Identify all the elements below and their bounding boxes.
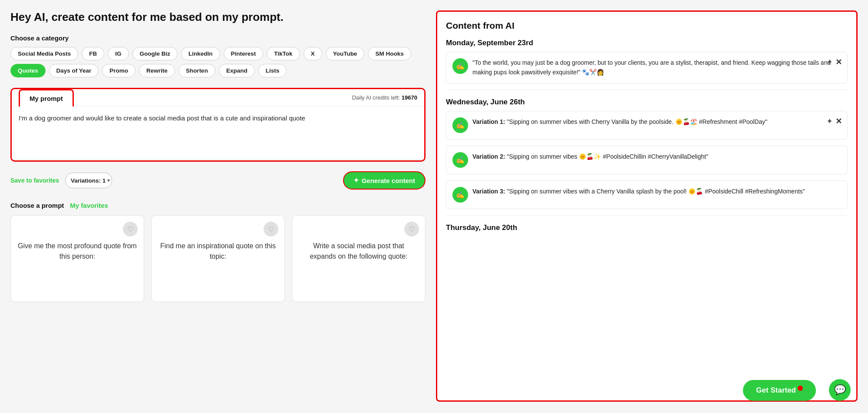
category-btn-fb[interactable]: FB <box>82 47 104 60</box>
category-btn-ig[interactable]: IG <box>108 47 129 60</box>
monday-card-actions: ✦ ✕ <box>826 57 842 67</box>
category-btn-x[interactable]: X <box>304 47 322 60</box>
date-thursday: Thursday, June 20th <box>446 223 848 232</box>
credits-text: Daily AI credits left: 19670 <box>352 94 417 101</box>
choose-prompt-section: Choose a prompt My favorites ♡Give me th… <box>10 202 426 302</box>
v1-card-actions: ✦ ✕ <box>826 117 842 126</box>
heart-button-1[interactable]: ♡ <box>264 222 278 236</box>
close-button-monday[interactable]: ✕ <box>835 57 842 67</box>
ai-icon-v1: ✍ <box>452 117 468 133</box>
prompt-card-text-0: Give me the most profound quote from thi… <box>18 241 137 262</box>
variation2-text: Variation 2: "Sipping on summer vibes 🌞🍒… <box>472 152 841 162</box>
prompt-card-0[interactable]: ♡Give me the most profound quote from th… <box>10 215 144 302</box>
chat-button[interactable]: 💬 <box>829 379 851 401</box>
prompt-card-text-1: Find me an inspirational quote on this t… <box>158 241 277 262</box>
heart-button-2[interactable]: ♡ <box>404 222 419 236</box>
category-btn-tiktok[interactable]: TikTok <box>267 47 300 60</box>
choose-prompt-header: Choose a prompt My favorites <box>10 202 426 209</box>
prompt-card-1[interactable]: ♡Find me an inspirational quote on this … <box>151 215 285 302</box>
variation3-card: ✍ Variation 3: "Sipping on summer vibes … <box>446 180 848 209</box>
category-section-label: Choose a category <box>10 34 426 42</box>
notification-dot <box>798 386 803 391</box>
ai-icon-monday: ✍ <box>452 58 468 74</box>
get-started-button[interactable]: Get Started <box>743 380 816 401</box>
prompt-card-text-2: Write a social media post that expands o… <box>299 241 418 262</box>
category-btn-social-media-posts[interactable]: Social Media Posts <box>10 47 78 60</box>
prompt-actions-row: Save to favorites Variations: 1 ▾ ✦ Gene… <box>10 166 426 190</box>
prompt-cards: ♡Give me the most profound quote from th… <box>10 215 426 302</box>
ai-icon-v3: ✍ <box>452 187 468 203</box>
category-btn-youtube[interactable]: YouTube <box>326 47 365 60</box>
prompt-tab-row: My prompt Daily AI credits left: 19670 <box>12 89 424 107</box>
variation1-text: Variation 1: "Sipping on summer vibes wi… <box>472 117 841 127</box>
category-btn-google-biz[interactable]: Google Biz <box>132 47 178 60</box>
category-btn-shorten[interactable]: Shorten <box>178 64 215 77</box>
date-monday: Monday, September 23rd <box>446 39 848 47</box>
monday-content-card: ✍ "To the world, you may just be a dog g… <box>446 52 848 83</box>
my-favorites-link[interactable]: My favorites <box>70 202 108 209</box>
prompt-area-wrapper: My prompt Daily AI credits left: 19670 I… <box>10 88 426 162</box>
category-btn-rewrite[interactable]: Rewrite <box>139 64 175 77</box>
category-btn-sm-hooks[interactable]: SM Hooks <box>368 47 411 60</box>
choose-prompt-label: Choose a prompt <box>10 202 64 209</box>
category-grid: Social Media PostsFBIGGoogle BizLinkedIn… <box>10 47 426 77</box>
right-panel: Content from AI Monday, September 23rd ✍… <box>436 10 858 402</box>
category-btn-lists[interactable]: Lists <box>258 64 287 77</box>
variation2-card: ✍ Variation 2: "Sipping on summer vibes … <box>446 146 848 174</box>
close-button-v1[interactable]: ✕ <box>835 117 842 126</box>
category-btn-promo[interactable]: Promo <box>102 64 135 77</box>
wand-button-v1[interactable]: ✦ <box>826 117 833 126</box>
prompt-card-2[interactable]: ♡Write a social media post that expands … <box>292 215 426 302</box>
monday-content-text: "To the world, you may just be a dog gro… <box>472 58 841 77</box>
heart-button-0[interactable]: ♡ <box>123 222 138 236</box>
category-btn-linkedin[interactable]: LinkedIn <box>181 47 220 60</box>
date-wednesday: Wednesday, June 26th <box>446 98 848 107</box>
chat-icon: 💬 <box>834 384 846 396</box>
page-title: Hey AI, create content for me based on m… <box>10 10 426 24</box>
category-btn-quotes[interactable]: Quotes <box>10 64 46 77</box>
variations-selector[interactable]: Variations: 1 ▾ <box>65 173 112 188</box>
category-btn-expand[interactable]: Expand <box>219 64 255 77</box>
chevron-down-icon: ▾ <box>107 177 110 183</box>
ai-icon-v2: ✍ <box>452 152 468 168</box>
credits-value: 19670 <box>402 94 417 101</box>
wand-icon: ✦ <box>353 177 359 184</box>
prompt-textarea[interactable]: I'm a dog groomer and would like to crea… <box>12 107 424 159</box>
category-btn-pinterest[interactable]: Pinterest <box>224 47 264 60</box>
variations-label: Variations: 1 <box>71 177 106 184</box>
generate-content-button[interactable]: ✦ Generate content <box>343 171 426 190</box>
save-favorites-button[interactable]: Save to favorites <box>10 177 59 184</box>
category-btn-days-of-year[interactable]: Days of Year <box>49 64 99 77</box>
variation3-text: Variation 3: "Sipping on summer vibes wi… <box>472 187 841 197</box>
prompt-tab[interactable]: My prompt <box>19 89 74 107</box>
wand-button-monday[interactable]: ✦ <box>826 57 833 67</box>
variation1-card: ✍ Variation 1: "Sipping on summer vibes … <box>446 111 848 140</box>
right-panel-title: Content from AI <box>446 20 848 31</box>
